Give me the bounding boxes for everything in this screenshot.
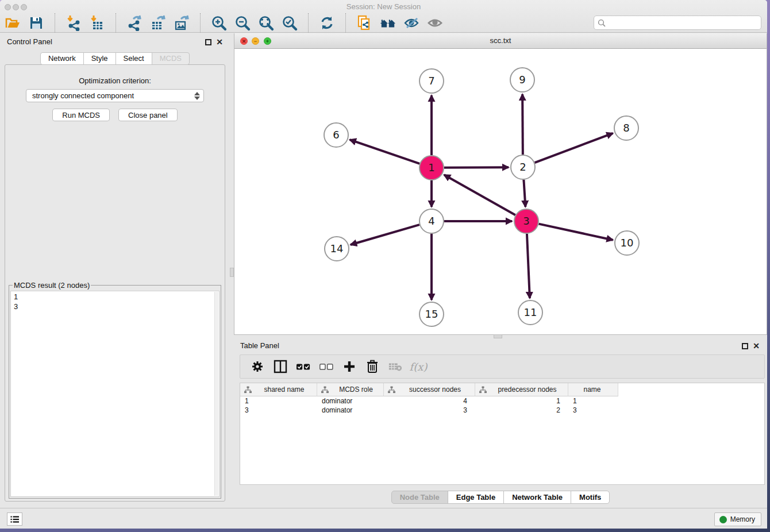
graph-edge-1-6[interactable] [350,140,420,164]
close-table-panel-icon[interactable]: ✕ [753,341,760,350]
duplicate-network-icon[interactable] [356,15,372,31]
result-scrollbar[interactable] [214,292,218,496]
table-header-row: shared name MCDS role successor nodes pr… [240,383,764,396]
graph-node-label: 10 [621,237,634,249]
tab-style[interactable]: Style [83,52,116,65]
network-window-titlebar[interactable]: ✕ − + scc.txt [234,33,767,49]
export-table-icon[interactable] [150,15,166,31]
tab-motifs[interactable]: Motifs [571,491,610,504]
cell-mcds-role[interactable]: dominator [317,406,384,415]
memory-status-icon [719,516,727,523]
network-maximize-icon[interactable]: + [264,37,271,45]
export-image-icon[interactable] [174,15,190,31]
close-panel-icon[interactable]: ✕ [216,37,223,47]
attribute-tree-icon [244,386,252,394]
column-header-predecessor-nodes[interactable]: predecessor nodes [475,383,568,396]
delete-row-icon[interactable] [365,360,379,373]
save-session-icon[interactable] [28,15,44,31]
zoom-fit-icon[interactable] [258,15,274,31]
graph-node-label: 14 [330,242,344,255]
minimize-window-icon[interactable] [13,4,19,10]
import-table-icon[interactable] [89,15,105,31]
network-minimize-icon[interactable]: − [252,37,259,45]
mcds-result-text[interactable]: 1 3 [10,291,220,497]
graph-node-label: 4 [428,215,434,227]
network-window-title: scc.txt [234,33,767,48]
node-table[interactable]: shared name MCDS role successor nodes pr… [240,383,765,485]
graph-node-label: 15 [425,308,438,320]
zoom-out-icon[interactable] [234,15,251,31]
table-row[interactable]: 3 dominator 3 2 3 [240,406,764,415]
tab-mcds[interactable]: MCDS [152,52,190,65]
graph-node-label: 2 [519,161,526,173]
cell-successor-nodes[interactable]: 3 [384,406,475,415]
cell-shared-name[interactable]: 1 [240,396,317,406]
deselect-all-icon[interactable] [319,360,333,373]
graph-edge-3-10[interactable] [538,224,613,240]
export-network-icon[interactable] [126,15,143,31]
mcds-result-line: 3 [14,302,216,311]
tab-network[interactable]: Network [40,52,84,65]
table-row[interactable]: 1 dominator 4 1 1 [240,396,764,406]
graph-edge-2-3[interactable] [523,180,525,207]
function-builder-icon[interactable]: f(x) [411,360,425,373]
graph-edge-1-2[interactable] [444,167,509,168]
network-close-icon[interactable]: ✕ [240,37,248,45]
cell-name[interactable]: 1 [568,396,618,406]
cell-predecessor-nodes[interactable]: 1 [475,396,568,406]
graph-edge-4-14[interactable] [351,225,419,245]
refresh-icon[interactable] [319,15,335,31]
column-header-shared-name[interactable]: shared name [240,383,317,396]
float-panel-icon[interactable] [205,39,211,45]
float-table-panel-icon[interactable] [742,343,748,349]
show-eye-icon[interactable] [427,15,443,31]
cell-successor-nodes[interactable]: 4 [384,396,475,406]
optimization-criterion-select[interactable]: strongly connected component [26,89,204,102]
delete-table-icon[interactable] [388,360,402,373]
splitter-grip[interactable] [230,268,234,277]
home-icon[interactable] [380,15,396,31]
select-all-icon[interactable] [297,360,310,373]
search-field[interactable] [594,16,761,30]
split-columns-icon[interactable] [274,360,287,373]
memory-button[interactable]: Memory [714,512,761,526]
graph-edge-3-11[interactable] [527,234,530,298]
add-row-icon[interactable] [342,360,356,373]
table-settings-icon[interactable] [251,360,264,373]
status-bar: Memory [0,508,767,529]
open-file-icon[interactable] [5,15,21,31]
zoom-in-icon[interactable] [211,15,227,31]
attribute-tree-icon [321,386,329,394]
run-mcds-button[interactable]: Run MCDS [52,109,110,121]
hide-panels-icon[interactable] [403,15,419,31]
maximize-window-icon[interactable] [21,4,27,10]
tab-node-table[interactable]: Node Table [391,491,448,504]
search-input[interactable] [606,16,761,29]
titlebar[interactable]: Session: New Session [0,0,767,13]
cell-predecessor-nodes[interactable]: 2 [475,406,568,415]
list-icon [10,515,20,523]
vertical-splitter[interactable] [230,33,234,508]
import-network-icon[interactable] [66,15,82,31]
task-history-button[interactable] [7,512,22,526]
close-panel-button[interactable]: Close panel [118,109,178,121]
graph-node-label: 11 [524,306,537,318]
tab-edge-table[interactable]: Edge Table [448,491,504,504]
column-header-mcds-role[interactable]: MCDS role [317,383,384,396]
column-header-name[interactable]: name [568,383,618,396]
zoom-selected-icon[interactable] [282,15,298,31]
cell-mcds-role[interactable]: dominator [317,396,384,406]
graph-edge-3-1[interactable] [444,175,515,215]
mcds-result-box: MCDS result (2 nodes) 1 3 [9,281,221,499]
graph-edge-2-8[interactable] [535,133,613,163]
close-window-icon[interactable] [5,4,11,10]
graph-edge-2-9[interactable] [522,94,523,155]
tab-network-table[interactable]: Network Table [503,491,571,504]
tab-select[interactable]: Select [116,52,152,65]
cell-shared-name[interactable]: 3 [240,406,317,415]
column-header-successor-nodes[interactable]: successor nodes [384,383,475,396]
cell-name[interactable]: 3 [568,406,618,415]
network-canvas[interactable]: 7968124314101511 [234,49,767,334]
attribute-tree-icon [479,386,487,394]
graph-node-label: 8 [623,122,629,134]
